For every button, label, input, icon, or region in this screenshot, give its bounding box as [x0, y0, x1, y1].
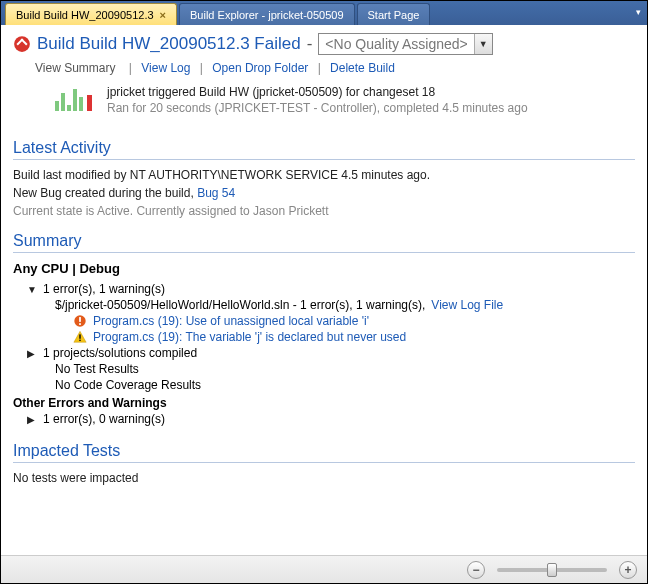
status-bar: − + [1, 555, 647, 583]
section-impacted-tests: Impacted Tests [13, 442, 635, 463]
bug-link[interactable]: Bug 54 [197, 186, 235, 200]
section-latest-activity: Latest Activity [13, 139, 635, 160]
section-summary: Summary [13, 232, 635, 253]
svg-rect-8 [79, 340, 80, 341]
tab-start-page[interactable]: Start Page [357, 3, 431, 25]
build-duration-line: Ran for 20 seconds (JPRICKET-TEST - Cont… [107, 101, 528, 115]
zoom-in-button[interactable]: + [619, 561, 637, 579]
tab-close-icon[interactable]: × [160, 4, 166, 26]
other-error-warning-count: 1 error(s), 0 warning(s) [43, 412, 165, 426]
error-warning-count: 1 error(s), 1 warning(s) [43, 282, 165, 296]
build-failed-icon [13, 35, 31, 53]
svg-rect-5 [79, 323, 81, 325]
compile-error-message[interactable]: Program.cs (19): Use of unassigned local… [93, 314, 369, 328]
build-title: Build Build HW_20090512.3 Failed [37, 34, 301, 54]
tab-label: Start Page [368, 4, 420, 26]
title-separator: - [307, 34, 313, 54]
expand-toggle-icon[interactable]: ▶ [27, 414, 37, 425]
solution-path: $/jpricket-050509/HelloWorld/HelloWorld.… [55, 298, 425, 312]
zoom-slider[interactable] [497, 568, 607, 572]
activity-bug-state: Current state is Active. Currently assig… [13, 204, 635, 218]
build-actions: View Summary | View Log | Open Drop Fold… [13, 61, 635, 75]
warning-icon [73, 330, 87, 344]
projects-compiled: 1 projects/solutions compiled [43, 346, 197, 360]
build-history-sparkline [55, 85, 97, 113]
tab-build-detail[interactable]: Build Build HW_20090512.3 × [5, 3, 177, 25]
impacted-tests-none: No tests were impacted [13, 471, 635, 485]
other-errors-heading: Other Errors and Warnings [13, 396, 635, 410]
build-quality-select[interactable]: <No Quality Assigned> ▼ [318, 33, 492, 55]
build-detail-pane: Build Build HW_20090512.3 Failed - <No Q… [1, 25, 647, 553]
action-view-summary[interactable]: View Summary [35, 61, 115, 75]
view-log-file-link[interactable]: View Log File [431, 298, 503, 312]
svg-rect-7 [79, 334, 80, 338]
action-delete-build[interactable]: Delete Build [330, 61, 395, 75]
zoom-slider-thumb[interactable] [547, 563, 557, 577]
activity-modified-line: Build last modified by NT AUTHORITY\NETW… [13, 168, 635, 182]
activity-bug-line: New Bug created during the build, Bug 54 [13, 186, 635, 200]
tab-label: Build Build HW_20090512.3 [16, 4, 154, 26]
tab-build-explorer[interactable]: Build Explorer - jpricket-050509 [179, 3, 354, 25]
tabstrip-overflow-icon[interactable]: ▾ [636, 7, 641, 17]
quality-selected-text: <No Quality Assigned> [319, 34, 473, 54]
editor-tabstrip: Build Build HW_20090512.3 × Build Explor… [1, 1, 647, 25]
action-view-log[interactable]: View Log [141, 61, 190, 75]
svg-rect-4 [79, 317, 81, 322]
compile-warning-message[interactable]: Program.cs (19): The variable 'j' is dec… [93, 330, 406, 344]
zoom-out-button[interactable]: − [467, 561, 485, 579]
no-code-coverage: No Code Coverage Results [55, 378, 201, 392]
build-configuration: Any CPU | Debug [13, 261, 635, 276]
action-open-drop-folder[interactable]: Open Drop Folder [212, 61, 308, 75]
expand-toggle-icon[interactable]: ▼ [27, 284, 37, 295]
chevron-down-icon[interactable]: ▼ [474, 34, 492, 54]
error-icon [73, 314, 87, 328]
trigger-line: jpricket triggered Build HW (jpricket-05… [107, 85, 528, 99]
no-test-results: No Test Results [55, 362, 139, 376]
tab-label: Build Explorer - jpricket-050509 [190, 4, 343, 26]
expand-toggle-icon[interactable]: ▶ [27, 348, 37, 359]
